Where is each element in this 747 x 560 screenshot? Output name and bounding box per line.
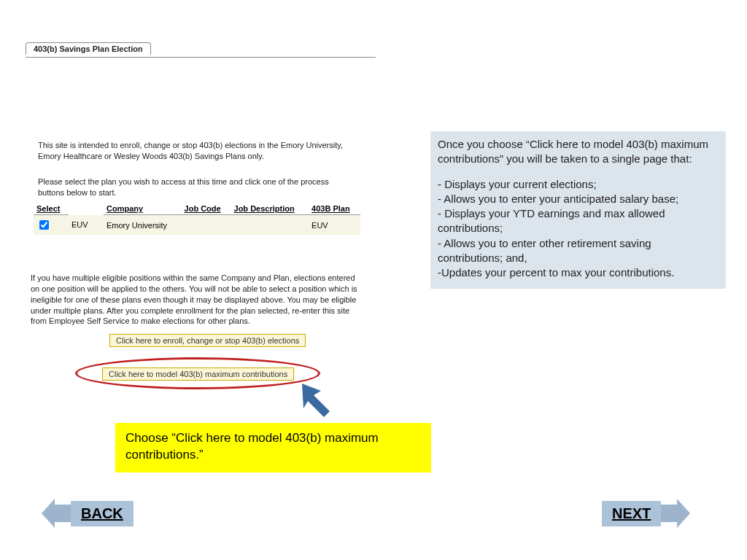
multi-positions-text: If you have multiple eligible positions … <box>31 273 360 327</box>
back-button[interactable]: BACK <box>42 499 133 528</box>
info-bullets: - Displays your current elections; - All… <box>438 177 719 281</box>
col-select: Select <box>34 203 69 215</box>
svg-marker-0 <box>302 384 330 417</box>
col-jobcode: Job Code <box>182 203 231 215</box>
svg-marker-2 <box>661 499 690 528</box>
tab-savings-plan: 403(b) Savings Plan Election <box>26 42 151 55</box>
next-label: NEXT <box>602 501 661 526</box>
yellow-instruction-callout: Choose “Click here to model 403(b) maxim… <box>115 423 431 472</box>
plan-selection-table: Select Company Job Code Job Description … <box>34 203 360 235</box>
site-intro-text: This site is intended to enroll, change … <box>38 140 352 162</box>
row-company-code: EUV <box>69 215 104 236</box>
table-row: EUV Emory University EUV <box>34 215 360 236</box>
enroll-change-stop-button[interactable]: Click here to enroll, change or stop 403… <box>109 334 306 347</box>
row-select-checkbox[interactable] <box>39 220 49 230</box>
select-instruction-text: Please select the plan you wish to acces… <box>38 176 352 198</box>
model-max-contributions-button[interactable]: Click here to model 403(b) maximum contr… <box>102 368 294 381</box>
col-jobdesc: Job Description <box>231 203 309 215</box>
arrow-right-icon <box>661 499 690 528</box>
info-box: Once you choose “Click here to model 403… <box>430 131 726 289</box>
arrow-left-icon <box>42 499 71 528</box>
tab-header: 403(b) Savings Plan Election <box>26 42 376 58</box>
next-button[interactable]: NEXT <box>602 499 690 528</box>
table-header-row: Select Company Job Code Job Description … <box>34 203 360 215</box>
row-jobcode <box>182 215 231 236</box>
row-company-name: Emory University <box>104 215 182 236</box>
info-intro: Once you choose “Click here to model 403… <box>438 137 719 167</box>
col-company: Company <box>104 203 182 215</box>
back-label: BACK <box>71 501 133 526</box>
svg-marker-1 <box>42 499 71 528</box>
row-plan: EUV <box>309 215 360 236</box>
col-plan: 403B Plan <box>309 203 360 215</box>
row-jobdesc <box>231 215 309 236</box>
arrow-pointer-icon <box>299 381 343 424</box>
